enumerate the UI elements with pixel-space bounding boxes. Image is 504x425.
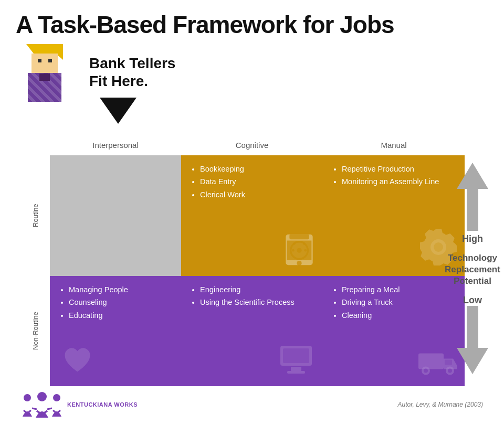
cell-routine-interpersonal xyxy=(50,155,181,276)
main-content: Interpersonal Cognitive Manual Routine B… xyxy=(16,134,488,386)
cell-nonroutine-manual: Preparing a Meal Driving a Truck Cleanin… xyxy=(323,276,465,386)
list-item: Engineering xyxy=(200,284,313,295)
svg-point-8 xyxy=(292,249,295,252)
logo-svg xyxy=(21,391,63,418)
arrow-down-icon xyxy=(100,98,136,124)
svg-rect-1 xyxy=(289,235,309,239)
char-eye-right xyxy=(48,59,52,62)
svg-rect-11 xyxy=(291,367,301,371)
routine-cognitive-list: Bookkeeping Data Entry Clerical Work xyxy=(191,164,313,200)
arrow-up-icon xyxy=(457,163,488,189)
list-item: Bookkeeping xyxy=(200,164,313,174)
svg-line-30 xyxy=(47,408,52,409)
pixel-character xyxy=(21,44,68,118)
list-item: Preparing a Meal xyxy=(342,284,455,295)
cell-routine-cognitive: Bookkeeping Data Entry Clerical Work xyxy=(181,155,323,276)
svg-point-16 xyxy=(424,368,428,373)
svg-rect-12 xyxy=(287,371,305,374)
svg-point-7 xyxy=(303,242,306,245)
phone-icon xyxy=(281,231,318,271)
svg-point-3 xyxy=(297,261,301,265)
bank-teller-line2: Fit Here. xyxy=(89,73,148,89)
col-header-cognitive: Cognitive xyxy=(181,134,323,155)
svg-rect-14 xyxy=(418,353,444,369)
bank-teller-section: Bank Tellers Fit Here. xyxy=(89,49,175,124)
footer: KENTUCKIANA WORKS Autor, Levy, & Murnane… xyxy=(16,391,488,418)
nonroutine-manual-list: Preparing a Meal Driving a Truck Cleanin… xyxy=(332,284,455,321)
arrow-shaft-down xyxy=(467,306,478,348)
arrow-combined-bottom xyxy=(457,306,488,374)
logo-figures xyxy=(21,391,63,418)
row-label-nonroutine: Non-Routine xyxy=(21,276,50,386)
nonroutine-interpersonal-list: Managing People Counseling Educating xyxy=(59,284,172,321)
list-item: Repetitive Production xyxy=(342,164,455,174)
arrow-shaft-up xyxy=(467,189,478,231)
high-label: High xyxy=(462,233,483,245)
col-header-interpersonal: Interpersonal xyxy=(50,134,181,155)
bank-teller-line1: Bank Tellers xyxy=(89,55,175,71)
svg-rect-13 xyxy=(283,348,309,363)
bank-teller-text: Bank Tellers Fit Here. xyxy=(89,55,175,90)
framework-grid: Interpersonal Cognitive Manual Routine B… xyxy=(21,134,488,386)
svg-point-23 xyxy=(37,392,47,401)
svg-point-5 xyxy=(297,248,301,252)
heart-icon xyxy=(60,342,94,379)
char-eyes xyxy=(34,59,55,62)
list-item: Managing People xyxy=(69,284,172,295)
svg-line-29 xyxy=(32,408,37,409)
svg-point-20 xyxy=(24,394,31,401)
nonroutine-cognitive-list: Engineering Using the Scientific Process xyxy=(191,284,313,308)
right-panel: High Technology Replacement Potential Lo… xyxy=(452,163,494,374)
tech-replacement-label: Technology Replacement Potential xyxy=(445,252,500,287)
svg-point-6 xyxy=(293,242,296,245)
monitor-icon xyxy=(278,342,314,381)
svg-point-26 xyxy=(53,394,60,401)
char-eye-left xyxy=(38,59,41,62)
cell-routine-manual: Repetitive Production Monitoring an Asse… xyxy=(323,155,465,276)
routine-manual-list: Repetitive Production Monitoring an Asse… xyxy=(332,164,455,187)
header-section: Bank Tellers Fit Here. xyxy=(16,44,488,124)
character-figure xyxy=(16,44,74,123)
list-item: Driving a Truck xyxy=(342,297,455,307)
arrow-combined xyxy=(457,163,488,231)
arrow-down-gray-icon xyxy=(457,348,488,374)
col-header-manual: Manual xyxy=(323,134,465,155)
cell-nonroutine-cognitive: Engineering Using the Scientific Process xyxy=(181,276,323,386)
list-item: Data Entry xyxy=(200,176,313,187)
logo-area: KENTUCKIANA WORKS xyxy=(21,391,138,418)
svg-point-9 xyxy=(304,249,307,252)
svg-rect-19 xyxy=(445,359,452,365)
page-wrapper: A Task-Based Framework for Jobs Bank Tel… xyxy=(0,0,504,425)
list-item: Educating xyxy=(69,310,172,321)
list-item: Clerical Work xyxy=(200,189,313,200)
logo-text: KENTUCKIANA WORKS xyxy=(67,401,138,408)
cell-nonroutine-interpersonal: Managing People Counseling Educating xyxy=(50,276,181,386)
main-title: A Task-Based Framework for Jobs xyxy=(16,10,488,39)
list-item: Counseling xyxy=(69,297,172,307)
citation-text: Autor, Levy, & Murnane (2003) xyxy=(397,401,483,408)
list-item: Using the Scientific Process xyxy=(200,297,313,307)
grid-area: Interpersonal Cognitive Manual Routine B… xyxy=(16,134,488,386)
list-item: Cleaning xyxy=(342,310,455,321)
char-bow xyxy=(39,73,50,81)
row-label-routine: Routine xyxy=(21,155,50,276)
corner-cell xyxy=(21,134,50,155)
list-item: Monitoring an Assembly Line xyxy=(342,176,455,187)
low-label: Low xyxy=(463,295,482,306)
